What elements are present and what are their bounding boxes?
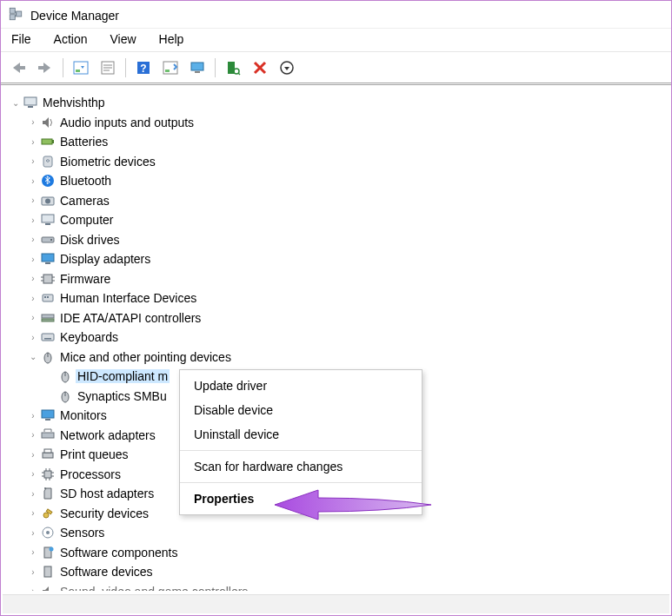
category-icon [39, 193, 57, 209]
chevron-right-icon[interactable]: › [27, 469, 39, 479]
chevron-right-icon[interactable]: › [27, 294, 39, 303]
context-disable-device[interactable]: Disable device [180, 398, 422, 422]
menu-file[interactable]: File [8, 30, 35, 48]
svg-rect-34 [45, 223, 50, 225]
svg-rect-39 [43, 275, 52, 283]
window-title: Device Manager [30, 9, 119, 23]
chevron-right-icon[interactable]: › [27, 567, 39, 577]
chevron-right-icon[interactable]: › [27, 195, 39, 205]
svg-rect-48 [42, 319, 54, 321]
scan-hardware-button[interactable] [221, 56, 245, 79]
tree-category-label: Biometric devices [58, 155, 157, 169]
toolbar: ? [1, 52, 671, 85]
chevron-right-icon[interactable]: › [27, 235, 39, 244]
category-icon [39, 154, 57, 169]
svg-rect-8 [76, 70, 80, 72]
tree-category[interactable]: › Software devices [8, 562, 669, 582]
chevron-right-icon[interactable]: › [27, 176, 39, 186]
chevron-right-icon[interactable]: › [27, 508, 39, 518]
help-button[interactable]: ? [131, 56, 156, 79]
mouse-icon [57, 388, 74, 404]
view-devices-button[interactable] [185, 56, 210, 79]
svg-rect-17 [191, 63, 203, 70]
tree-category[interactable]: › Software components [8, 543, 669, 563]
chevron-right-icon[interactable]: › [27, 313, 39, 322]
tree-category[interactable]: › Sound, video and game controllers [8, 582, 669, 592]
tree-category[interactable]: › Audio inputs and outputs [8, 113, 669, 133]
properties-button[interactable] [96, 56, 120, 79]
tree-category-label: Bluetooth [58, 174, 113, 188]
tree-category[interactable]: › IDE ATA/ATAPI controllers [8, 308, 669, 328]
tree-category[interactable]: › Keyboards [8, 328, 669, 348]
computer-icon [22, 95, 39, 110]
tree-category[interactable]: › Human Interface Devices [8, 288, 669, 308]
show-hide-tree-button[interactable] [69, 56, 93, 79]
category-icon [39, 407, 57, 423]
tree-category-label: Software devices [58, 565, 155, 579]
chevron-right-icon[interactable]: › [27, 528, 39, 538]
forward-button[interactable] [33, 56, 57, 79]
tree-category[interactable]: › Display adapters [8, 249, 669, 269]
context-properties[interactable]: Properties [180, 487, 422, 511]
menu-help[interactable]: Help [156, 30, 188, 48]
help-topics-button[interactable] [158, 56, 183, 79]
tree-category[interactable]: › Cameras [8, 191, 669, 211]
context-uninstall-device[interactable]: Uninstall device [180, 422, 422, 447]
svg-rect-47 [42, 315, 54, 318]
category-icon [39, 525, 57, 540]
svg-rect-58 [45, 419, 50, 421]
chevron-right-icon[interactable]: › [27, 255, 39, 264]
chevron-down-icon[interactable]: ⌄ [27, 352, 39, 361]
chevron-right-icon[interactable]: › [27, 333, 39, 342]
svg-rect-38 [45, 262, 50, 264]
chevron-right-icon[interactable]: › [27, 489, 39, 499]
context-scan-hardware[interactable]: Scan for hardware changes [180, 454, 422, 479]
svg-rect-45 [44, 296, 46, 298]
tree-category-label: Sound, video and game controllers [58, 585, 250, 591]
menu-action[interactable]: Action [50, 30, 91, 48]
more-actions-button[interactable] [275, 56, 299, 79]
tree-category-label: Print queues [58, 447, 130, 461]
tree-category-label: IDE ATA/ATAPI controllers [58, 311, 203, 325]
uninstall-device-button[interactable] [248, 56, 272, 79]
context-update-driver[interactable]: Update driver [180, 374, 422, 398]
tree-category[interactable]: › Batteries [8, 132, 669, 152]
category-icon [39, 564, 57, 580]
tree-category[interactable]: › Firmware [8, 269, 669, 289]
tree-category[interactable]: › Disk drives [8, 230, 669, 250]
svg-rect-1 [10, 15, 15, 20]
chevron-right-icon[interactable]: › [27, 215, 39, 225]
category-icon [39, 134, 57, 149]
chevron-right-icon[interactable]: › [27, 430, 39, 440]
titlebar: Device Manager [1, 1, 671, 28]
chevron-right-icon[interactable]: › [27, 274, 39, 283]
svg-rect-60 [43, 453, 53, 458]
menu-view[interactable]: View [106, 30, 139, 48]
chevron-right-icon[interactable]: › [27, 156, 39, 166]
svg-rect-62 [44, 471, 51, 478]
tree-category[interactable]: ⌄ Mice and other pointing devices [8, 348, 669, 368]
tree-category[interactable]: › Sensors [8, 523, 669, 543]
chevron-down-icon[interactable]: ⌄ [10, 98, 22, 108]
chevron-right-icon[interactable]: › [27, 411, 39, 421]
svg-rect-25 [24, 97, 37, 105]
chevron-right-icon[interactable]: › [27, 547, 39, 557]
tree-category-label: Human Interface Devices [58, 291, 198, 305]
svg-point-36 [50, 239, 52, 241]
back-button[interactable] [6, 56, 30, 79]
svg-rect-26 [28, 106, 33, 108]
status-bar [3, 594, 669, 613]
chevron-right-icon[interactable]: › [27, 117, 39, 127]
tree-category[interactable]: › Computer [8, 210, 669, 230]
chevron-right-icon[interactable]: › [27, 586, 39, 591]
tree-category-label: Sensors [58, 526, 106, 540]
tree-category-label: Keyboards [58, 330, 120, 344]
svg-rect-5 [19, 66, 25, 70]
tree-category[interactable]: › Bluetooth [8, 171, 669, 191]
chevron-right-icon[interactable]: › [27, 450, 39, 460]
device-tree-pane[interactable]: ⌄ Mehvishthp › Audio inputs and outputs … [3, 89, 669, 591]
tree-category-label: Display adapters [58, 252, 152, 266]
tree-category[interactable]: › Biometric devices [8, 152, 669, 172]
chevron-right-icon[interactable]: › [27, 137, 39, 147]
tree-root[interactable]: ⌄ Mehvishthp [8, 93, 669, 113]
